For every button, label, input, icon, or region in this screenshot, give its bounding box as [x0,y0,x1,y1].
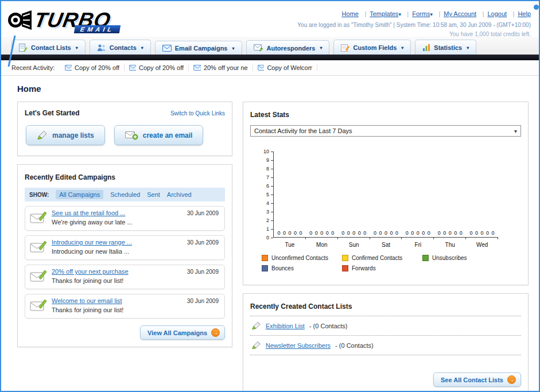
tab-custom-fields[interactable]: Custom Fields [333,40,411,55]
app-window: TURBO EMAIL Home Templates Forms My Acco… [0,0,540,392]
top-link-templates[interactable]: Templates [361,10,401,17]
nav-divider-bar [1,55,539,60]
recent-activity-item[interactable]: 20% off your next [189,64,253,71]
stats-range-select[interactable]: Contact Activity for the Last 7 Days [250,125,521,137]
top-link-my-account[interactable]: My Account [435,10,476,17]
campaign-date: 30 Jun 2009 [187,298,219,304]
recent-contact-lists-panel: Recently Created Contact Lists Exhibitio… [243,293,529,392]
tab-contact-lists[interactable]: Contact Lists [11,40,86,55]
chart-series-values: 0 0 0 0 0 [434,230,466,236]
tab-email-campaigns[interactable]: Email Campaigns [155,41,242,55]
contact-list-link[interactable]: Exhibition List [266,323,305,329]
legend-swatch [342,265,348,271]
x-axis-label: Sat [370,242,402,248]
y-axis-label: 7 [266,174,273,180]
tab-label: Contacts [110,44,137,51]
recent-activity-item[interactable]: Copy of 20% off yo [60,64,125,71]
campaign-subtitle: Thanks for joining our list! [52,306,123,313]
arrow-circle-icon [211,328,220,337]
activity-item-label: 20% off your next [204,64,248,71]
contact-list-count: - (0 Contacts) [335,342,374,349]
x-axis-label: Mon [306,242,338,248]
latest-stats-title: Latest Stats [250,111,289,119]
filter-all-campaigns[interactable]: All Campaigns [56,190,103,199]
x-axis-label: Wed [466,242,498,248]
corner-dot-decoration [534,5,539,10]
legend-item: Unconfirmed Contacts [262,255,342,261]
filter-scheduled[interactable]: Scheduled [110,191,140,198]
filter-archived[interactable]: Archived [167,191,192,198]
view-all-campaigns-button[interactable]: View All Campaigns [140,325,225,340]
turbo-email-logo[interactable]: TURBO EMAIL [7,3,111,37]
header-right: Home Templates Forms My Account Logout H… [297,3,531,37]
recent-activity-item[interactable]: Copy of 20% off yo [125,64,189,71]
campaign-date: 30 Jun 2009 [187,239,219,246]
get-started-title: Let's Get Started [25,109,80,117]
view-all-campaigns-label: View All Campaigns [147,329,207,336]
tab-label: Email Campaigns [175,45,228,52]
campaign-row[interactable]: Welcome to our email list Thanks for joi… [25,294,225,319]
legend-swatch [262,255,268,261]
recent-campaigns-panel: Recently Edited Campaigns SHOW: All Camp… [17,164,232,347]
filter-sent[interactable]: Sent [147,191,160,198]
chart-series-values: 0 0 0 0 0 [274,230,306,236]
pencil-icon [251,341,261,350]
campaign-row[interactable]: Introducing our new range ... Introducin… [25,235,225,260]
tab-label: Custom Fields [353,44,397,51]
recent-activity-item[interactable]: Copy of Welcome to [253,64,317,71]
contacts-icon [97,44,106,52]
tab-statistics[interactable]: Statistics [415,40,476,55]
activity-item-label: Copy of Welcome to [267,64,312,71]
x-axis-label: Thu [434,242,466,248]
top-link-help[interactable]: Help [510,10,531,17]
top-link-home[interactable]: Home [342,10,359,17]
activity-item-label: Copy of 20% off yo [139,64,184,71]
see-all-contact-lists-button[interactable]: See All Contact Lists [433,372,521,387]
campaign-row[interactable]: See us at the retail food ... We're givi… [25,206,225,231]
recent-activity-bar: Recent Activity: Copy of 20% off yo Copy… [1,60,539,76]
pencil-icon [37,130,48,140]
tab-contacts[interactable]: Contacts [90,40,151,55]
logo-subtitle: EMAIL [74,25,121,33]
campaign-title-link[interactable]: Welcome to our email list [52,297,123,304]
chart-day-group: 0 0 0 0 0Mon [306,152,338,237]
tab-autoresponders[interactable]: Autoresponders [246,40,330,55]
logo-tail-decoration [7,34,16,68]
envelope-icon [258,65,264,71]
campaign-title-link[interactable]: Introducing our new range ... [52,239,132,246]
main-content: Home Let's Get Started Switch to Quick L… [1,76,539,392]
legend-label: Bounces [271,265,294,271]
envelope-icon [129,65,136,71]
contact-list-row[interactable]: Newsletter Subscribers - (0 Contacts) [250,336,521,355]
top-link-forms[interactable]: Forms [403,10,433,17]
campaign-title-link[interactable]: 20% off your next purchase [52,268,129,275]
manage-lists-button[interactable]: manage lists [26,125,105,145]
contact-list-link[interactable]: Newsletter Subscribers [266,342,331,349]
x-axis-label: Tue [274,242,306,248]
contact-list-row[interactable]: Exhibition List - (0 Contacts) [250,316,521,336]
campaign-title-link[interactable]: See us at the retail food ... [52,209,133,216]
tab-label: Statistics [434,44,462,51]
legend-label: Unsubscribes [432,255,467,261]
legend-label: Forwards [352,265,376,271]
legend-swatch [342,255,348,261]
autoresponders-icon [254,44,263,52]
y-axis-label: 2 [266,218,273,223]
chart-day-group: 0 0 0 0 0Fri [402,152,434,237]
chart-y-axis: 109876543210 [261,152,273,238]
email-campaigns-icon [162,45,172,52]
legend-label: Confirmed Contacts [352,255,402,261]
manage-lists-label: manage lists [52,131,94,139]
create-email-button[interactable]: create an email [114,125,204,145]
switch-quick-links-link[interactable]: Switch to Quick Links [170,110,225,117]
campaign-row[interactable]: 20% off your next purchase Thanks for jo… [25,265,225,289]
see-all-contact-lists-label: See All Contact Lists [441,377,503,383]
chart-series-values: 0 0 0 0 0 [306,230,338,236]
campaign-subtitle: We're giving away our late ... [52,219,133,226]
top-link-logout[interactable]: Logout [479,10,507,17]
legend-label: Unconfirmed Contacts [271,255,328,261]
pencil-icon [251,321,261,330]
megaphone-icon [7,9,32,32]
create-email-label: create an email [143,131,193,139]
envelope-pencil-icon [30,297,47,315]
